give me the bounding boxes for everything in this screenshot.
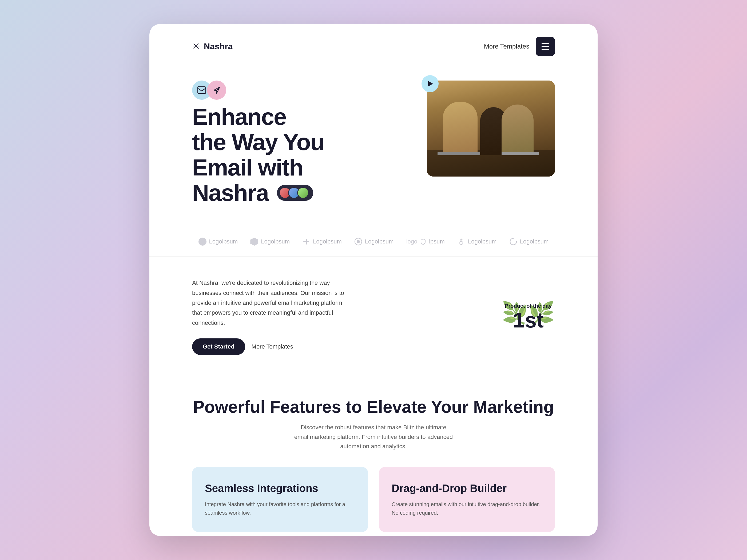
about-text: At Nashra, we're dedicated to revolution…: [192, 278, 352, 328]
browser-window: ✳ Nashra More Templates: [149, 24, 598, 536]
logo-icon-7: [509, 238, 517, 246]
hero-photo: [427, 81, 555, 177]
hero-right: [427, 81, 555, 177]
feature-card-title-1: Seamless Integrations: [205, 482, 355, 495]
logo-item-2: Logoipsum: [250, 238, 290, 246]
badge-content: Product of the day 1st: [505, 302, 552, 331]
about-left: At Nashra, we're dedicated to revolution…: [192, 278, 352, 355]
hero-title-line3: Email with: [192, 155, 406, 180]
features-cards: Seamless Integrations Integrate Nashra w…: [192, 467, 555, 532]
logo-asterisk-icon: ✳: [192, 41, 200, 52]
logo-item-5: logo ipsum: [406, 238, 445, 245]
features-title: Powerful Features to Elevate Your Market…: [192, 398, 555, 416]
menu-line-1: [542, 43, 549, 44]
about-section: At Nashra, we're dedicated to revolution…: [149, 257, 598, 376]
play-button[interactable]: [421, 75, 439, 92]
logo-icon-2: [250, 238, 258, 246]
hero-section: Enhance the Way You Email with Nashra: [149, 64, 598, 227]
hero-title-line2: the Way You: [192, 129, 406, 155]
send-icon-bubble: [207, 81, 226, 100]
logo-shield-icon-5: [420, 238, 426, 245]
feature-card-title-2: Drag-and-Drop Builder: [392, 482, 542, 495]
logos-bar: Logoipsum Logoipsum Logoipsum Logoipsum …: [149, 227, 598, 257]
menu-line-2: [542, 46, 549, 47]
hero-image: [427, 81, 555, 177]
feature-card-integrations: Seamless Integrations Integrate Nashra w…: [192, 467, 368, 532]
hero-title-line1: Enhance: [192, 104, 406, 129]
logo-icon-1: [199, 238, 206, 246]
more-templates-link[interactable]: More Templates: [484, 43, 529, 50]
logo-text-6: Logoipsum: [468, 238, 497, 245]
svg-point-4: [357, 240, 360, 243]
svg-point-5: [460, 241, 463, 244]
send-icon: [212, 86, 221, 95]
hero-title: Enhance the Way You Email with Nashra: [192, 104, 406, 205]
logo-name: Nashra: [204, 42, 233, 51]
logo-text-3: Logoipsum: [313, 238, 342, 245]
person-silhouette-3: [501, 105, 534, 155]
laptop-2: [501, 152, 539, 155]
product-badge: 🌿 Product of the day 1st 🌿: [501, 298, 555, 335]
hero-left: Enhance the Way You Email with Nashra: [192, 81, 406, 205]
menu-line-3: [542, 49, 549, 50]
cta-buttons: Get Started More Templates: [192, 339, 352, 355]
logo-text-1: Logoipsum: [209, 238, 238, 245]
logo-icon-5: logo: [406, 238, 417, 245]
logo-text-7: Logoipsum: [520, 238, 549, 245]
nav-right: More Templates: [484, 37, 555, 56]
person-silhouette-1: [443, 102, 478, 155]
logo-item-4: Logoipsum: [354, 238, 394, 246]
hero-title-line4: Nashra: [192, 180, 406, 205]
svg-rect-2: [306, 239, 307, 244]
avatar-3: [297, 187, 309, 199]
email-icon: [198, 86, 206, 94]
wreath-container: 🌿 Product of the day 1st 🌿: [501, 298, 555, 335]
logo-text-2: Logoipsum: [261, 238, 290, 245]
feature-card-builder: Drag-and-Drop Builder Create stunning em…: [379, 467, 555, 532]
get-started-button[interactable]: Get Started: [192, 339, 245, 355]
svg-rect-0: [198, 87, 206, 94]
menu-button[interactable]: [536, 37, 555, 56]
laptop-1: [438, 152, 480, 155]
logo-item-3: Logoipsum: [302, 238, 342, 246]
features-section: Powerful Features to Elevate Your Market…: [149, 376, 598, 536]
hero-icons: [192, 81, 406, 100]
features-subtitle: Discover the robust features that make B…: [293, 423, 454, 451]
feature-card-text-2: Create stunning emails with our intuitiv…: [392, 500, 542, 517]
logo-icon-3: [302, 238, 310, 246]
features-header: Powerful Features to Elevate Your Market…: [192, 398, 555, 451]
logo-icon-6: [457, 238, 465, 246]
logo-item-7: Logoipsum: [509, 238, 549, 246]
feature-card-text-1: Integrate Nashra with your favorite tool…: [205, 500, 355, 517]
navbar: ✳ Nashra More Templates: [149, 24, 598, 64]
avatar-strip: [277, 185, 313, 201]
logo-text-5: ipsum: [429, 238, 445, 245]
badge-rank: 1st: [505, 310, 552, 331]
more-templates-button[interactable]: More Templates: [252, 343, 293, 350]
logo-text-4: Logoipsum: [365, 238, 394, 245]
logo-item-1: Logoipsum: [199, 238, 238, 246]
logo-item-6: Logoipsum: [457, 238, 497, 246]
hero-title-nashra: Nashra: [192, 180, 268, 205]
logo: ✳ Nashra: [192, 41, 233, 52]
logo-icon-4: [354, 238, 362, 246]
